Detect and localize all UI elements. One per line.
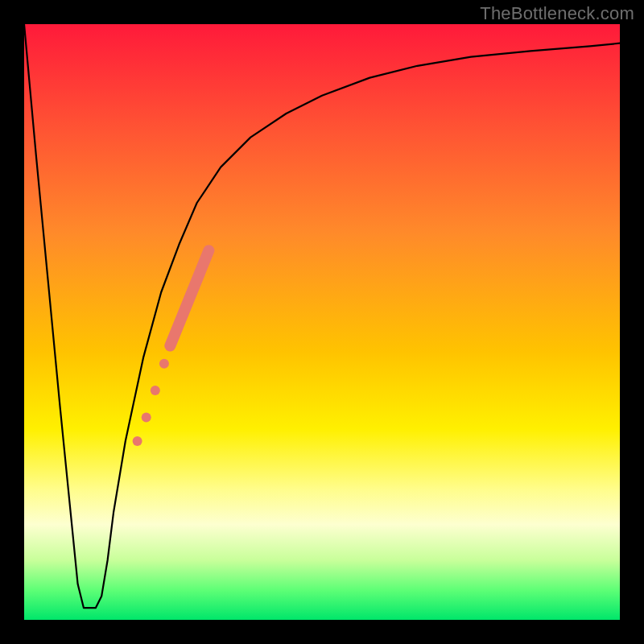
bottleneck-curve <box>24 24 620 608</box>
highlight-dot <box>159 359 169 369</box>
plot-area <box>24 24 620 620</box>
chart-frame: TheBottleneck.com <box>0 0 644 644</box>
highlight-segment <box>170 250 208 345</box>
highlight-dot <box>142 412 151 422</box>
highlight-dot <box>133 436 142 446</box>
chart-svg <box>24 24 620 620</box>
watermark-text: TheBottleneck.com <box>480 3 634 24</box>
highlight-dot <box>151 386 160 395</box>
highlight-points <box>133 359 169 446</box>
